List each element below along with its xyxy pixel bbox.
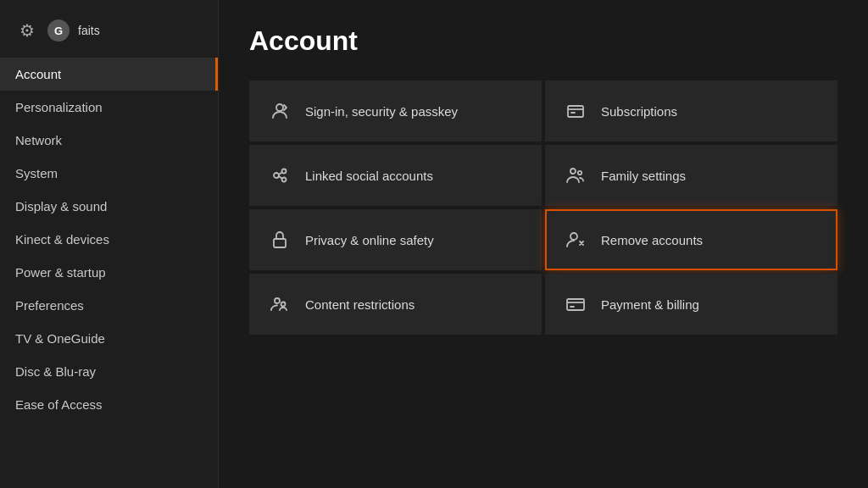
grid-item-subscriptions[interactable]: Subscriptions <box>545 80 837 141</box>
main-content: Account Sign-in, security & passkeySubsc… <box>219 0 868 488</box>
privacy-label: Privacy & online safety <box>305 233 434 247</box>
sidebar: ⚙ G faits AccountPersonalizationNetworkS… <box>0 0 219 488</box>
content-restrictions-label: Content restrictions <box>305 297 415 312</box>
svg-point-6 <box>578 171 581 175</box>
payment-label: Payment & billing <box>601 297 699 312</box>
sidebar-item-kinect__devices[interactable]: Kinect & devices <box>0 223 218 256</box>
grid-item-privacy[interactable]: Privacy & online safety <box>249 209 542 270</box>
svg-point-9 <box>275 298 280 303</box>
sidebar-item-disc__blu-ray[interactable]: Disc & Blu-ray <box>0 355 218 388</box>
avatar: G <box>47 19 70 42</box>
sidebar-header: ⚙ G faits <box>0 12 218 58</box>
svg-point-0 <box>276 104 283 111</box>
content-restrictions-icon <box>268 294 292 314</box>
subscriptions-icon <box>564 101 587 121</box>
page-title: Account <box>249 25 837 57</box>
family-settings-label: Family settings <box>601 169 686 183</box>
sidebar-item-ease_of_access[interactable]: Ease of Access <box>0 388 218 421</box>
sign-in-label: Sign-in, security & passkey <box>305 104 458 119</box>
sidebar-nav: AccountPersonalizationNetworkSystemDispl… <box>0 58 218 421</box>
svg-point-5 <box>570 169 576 174</box>
linked-social-icon <box>268 165 292 186</box>
sidebar-item-tv__oneguide[interactable]: TV & OneGuide <box>0 322 218 355</box>
grid-item-payment[interactable]: Payment & billing <box>545 274 837 335</box>
sign-in-icon <box>268 101 292 121</box>
svg-point-10 <box>281 302 286 307</box>
svg-point-2 <box>274 173 279 178</box>
svg-rect-1 <box>568 106 583 117</box>
sidebar-item-network[interactable]: Network <box>0 124 218 157</box>
grid-item-remove-accounts[interactable]: Remove accounts <box>545 209 837 270</box>
sidebar-item-power__startup[interactable]: Power & startup <box>0 256 218 289</box>
grid-item-sign-in[interactable]: Sign-in, security & passkey <box>249 80 542 141</box>
sidebar-item-account[interactable]: Account <box>0 58 218 91</box>
remove-accounts-icon <box>564 230 587 250</box>
privacy-icon <box>268 230 292 250</box>
grid-item-linked-social[interactable]: Linked social accounts <box>249 145 542 206</box>
svg-point-8 <box>570 233 577 240</box>
sidebar-item-personalization[interactable]: Personalization <box>0 91 218 124</box>
settings-grid: Sign-in, security & passkeySubscriptions… <box>249 80 837 335</box>
grid-item-family-settings[interactable]: Family settings <box>545 145 837 206</box>
payment-icon <box>564 294 587 314</box>
username-label: faits <box>78 24 100 37</box>
gear-icon[interactable]: ⚙ <box>15 19 39 42</box>
family-settings-icon <box>564 165 587 186</box>
linked-social-label: Linked social accounts <box>305 169 433 183</box>
svg-rect-11 <box>567 299 584 310</box>
sidebar-item-display__sound[interactable]: Display & sound <box>0 190 218 223</box>
svg-rect-7 <box>274 239 286 247</box>
remove-accounts-label: Remove accounts <box>601 233 703 247</box>
subscriptions-label: Subscriptions <box>601 104 677 119</box>
sidebar-item-system[interactable]: System <box>0 157 218 190</box>
sidebar-item-preferences[interactable]: Preferences <box>0 289 218 322</box>
grid-item-content-restrictions[interactable]: Content restrictions <box>249 274 542 335</box>
